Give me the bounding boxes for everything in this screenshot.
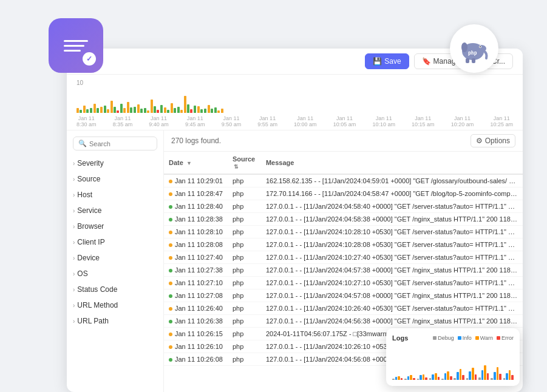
bar-group-15: [164, 107, 169, 113]
time-label-2: Jan 118:35 am: [113, 115, 133, 127]
sidebar-item-device[interactable]: › Device: [67, 250, 163, 266]
mini-bar-info: [432, 374, 434, 380]
sidebar-item-os[interactable]: › OS: [67, 266, 163, 282]
mini-bar-warn: [460, 369, 462, 380]
sidebar-item-source[interactable]: › Source: [67, 171, 163, 187]
bar-seg: [110, 101, 113, 113]
bar-seg: [93, 104, 96, 113]
message-cell: 127.0.0.1 - - [11/Jan/2024:10:27:10 +053…: [261, 277, 523, 289]
table-row[interactable]: Jan 11 10:28:08 php 127.0.0.1 - - [11/Ja…: [164, 238, 523, 251]
bar-seg: [120, 104, 123, 113]
bar-group-8: [120, 104, 126, 113]
mini-bar-group: [491, 367, 501, 380]
bar-group-7: [110, 101, 119, 113]
chevron-icon: ›: [73, 192, 75, 198]
bar-seg: [123, 108, 126, 113]
mini-bar-error: [401, 378, 403, 380]
bar-group-5: [100, 107, 103, 113]
bar-seg: [130, 107, 132, 113]
svg-rect-6: [472, 58, 475, 63]
sidebar-item-host[interactable]: › Host: [67, 187, 163, 203]
table-row[interactable]: Jan 11 10:28:40 php 127.0.0.1 - - [11/Ja…: [164, 200, 523, 213]
chevron-icon: ›: [73, 318, 75, 325]
search-icon: 🔍: [78, 140, 87, 147]
severity-dot: [169, 243, 172, 247]
chevron-icon: ›: [73, 160, 75, 167]
save-button[interactable]: 💾 Save: [365, 53, 409, 69]
date-column-header[interactable]: Date ▼: [164, 152, 228, 174]
log-header: 270 logs found. ⚙ Options: [164, 130, 523, 152]
legend-warn: Warn: [475, 335, 493, 341]
table-row[interactable]: Jan 11 10:27:10 php 127.0.0.1 - - [11/Ja…: [164, 277, 523, 289]
legend-debug: Debug: [433, 335, 454, 341]
bar-seg: [167, 110, 169, 113]
bar-seg: [114, 107, 116, 113]
date-cell: Jan 11 10:27:38: [164, 264, 228, 277]
sidebar-item-client-ip[interactable]: › Client IP: [67, 234, 163, 250]
source-cell: php: [228, 238, 261, 251]
bar-seg: [107, 109, 109, 113]
message-cell: 162.158.62.135 - - [11/Jan/2024:04:59:01…: [261, 174, 523, 188]
table-row[interactable]: Jan 11 10:28:38 php 127.0.0.1 - - [11/Ja…: [164, 213, 523, 226]
search-input[interactable]: [89, 140, 152, 147]
search-box[interactable]: 🔍: [73, 137, 157, 150]
mini-bar-debug: [429, 378, 432, 380]
table-row[interactable]: Jan 11 10:29:01 php 162.158.62.135 - - […: [164, 174, 523, 188]
sidebar-item-status-code[interactable]: › Status Code: [67, 282, 163, 297]
sidebar-statuscode-label: Status Code: [77, 285, 117, 294]
sidebar-item-browser[interactable]: › Browser: [67, 218, 163, 234]
message-cell: 127.0.0.1 - - [11/Jan/2024:04:58:40 +000…: [261, 200, 523, 213]
bar-seg: [100, 107, 103, 113]
mini-bar-info: [420, 375, 422, 380]
table-row[interactable]: Jan 11 10:26:40 php 127.0.0.1 - - [11/Ja…: [164, 302, 523, 315]
mini-bar-info: [407, 376, 410, 380]
message-cell: 127.0.0.1 - - [11/Jan/2024:04:56:38 +000…: [261, 315, 523, 328]
bar-seg: [117, 110, 119, 113]
bar-group-19: [194, 106, 196, 113]
sidebar-item-service[interactable]: › Service: [67, 203, 163, 218]
date-header-label: Date: [169, 159, 183, 166]
sidebar-item-url-path[interactable]: › URL Path: [67, 313, 163, 329]
table-row[interactable]: Jan 11 10:28:47 php 172.70.114.166 - - […: [164, 188, 523, 200]
table-row[interactable]: Jan 11 10:27:08 php 127.0.0.1 - - [11/Ja…: [164, 289, 523, 302]
source-cell: php: [228, 353, 261, 366]
message-cell: 127.0.0.1 - - [11/Jan/2024:10:28:08 +053…: [261, 238, 523, 251]
source-column-header[interactable]: Source ⇅: [228, 152, 261, 174]
options-button[interactable]: ⚙ Options: [471, 134, 515, 147]
table-row[interactable]: Jan 11 10:27:38 php 127.0.0.1 - - [11/Ja…: [164, 264, 523, 277]
sidebar-item-url-method[interactable]: › URL Method: [67, 297, 163, 313]
svg-point-3: [480, 46, 481, 47]
severity-dot: [169, 205, 172, 209]
bar-seg: [190, 109, 192, 113]
bar-seg: [171, 103, 173, 113]
mini-bar-debug: [466, 378, 469, 380]
task-line-1: [64, 40, 88, 42]
mini-bar-error: [438, 377, 440, 380]
sidebar-browser-label: Browser: [77, 222, 104, 231]
time-label-9: Jan 1110:10 am: [372, 115, 395, 127]
bar-seg: [83, 106, 86, 113]
table-row[interactable]: Jan 11 10:26:38 php 127.0.0.1 - - [11/Ja…: [164, 315, 523, 328]
legend-debug-label: Debug: [438, 335, 454, 341]
bar-group-12: [144, 108, 149, 113]
time-label-5: Jan 119:50 am: [222, 115, 242, 127]
sidebar-item-severity[interactable]: › Severity: [67, 155, 163, 171]
mini-bar-info: [481, 370, 484, 380]
severity-dot: [169, 256, 172, 260]
left-sidebar: 🔍 › Severity › Source › Host ›: [67, 130, 164, 392]
date-cell: Jan 11 10:27:08: [164, 289, 228, 302]
gear-icon: ⚙: [476, 137, 483, 145]
bar-group-18: [184, 96, 192, 113]
sidebar-os-label: OS: [77, 269, 87, 278]
message-cell: 127.0.0.1 - - [11/Jan/2024:10:27:40 +053…: [261, 251, 523, 264]
mini-bar-info: [395, 377, 398, 380]
bar-group-6: [104, 106, 109, 113]
bar-group-17: [177, 107, 183, 113]
source-cell: php: [228, 174, 261, 188]
bar-seg: [76, 108, 79, 113]
source-cell: php: [228, 188, 261, 200]
table-row[interactable]: Jan 11 10:27:40 php 127.0.0.1 - - [11/Ja…: [164, 251, 523, 264]
bar-seg: [140, 109, 143, 113]
bookmark-icon: 🔖: [422, 57, 431, 66]
table-row[interactable]: Jan 11 10:28:10 php 127.0.0.1 - - [11/Ja…: [164, 226, 523, 238]
